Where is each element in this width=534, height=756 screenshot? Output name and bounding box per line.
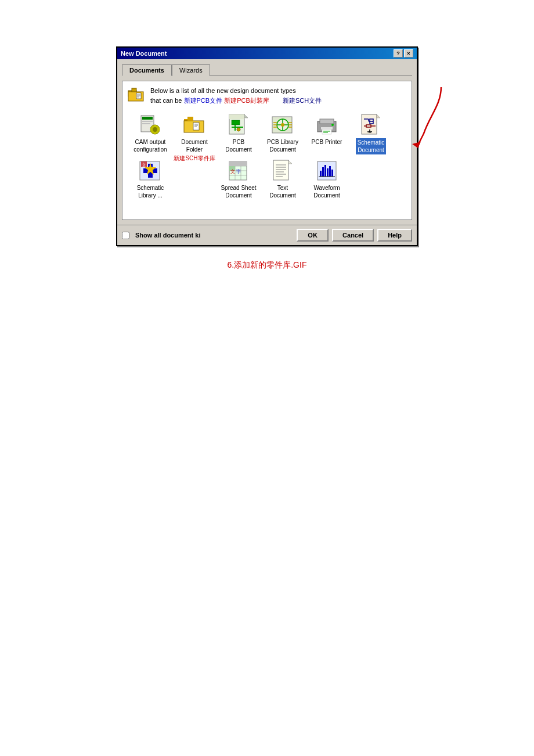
svg-rect-13: [154, 125, 156, 127]
doc-item-schematic-library[interactable]: 文 SchematicLibrary ...: [129, 158, 171, 200]
spread-sheet-label: Spread SheetDocument: [221, 184, 256, 199]
header-folder-icon: [127, 86, 146, 105]
spread-sheet-icon: 文 字: [227, 159, 250, 182]
doc-item-pcb-printer[interactable]: PCB Printer: [306, 112, 348, 156]
svg-rect-14: [154, 132, 156, 134]
svg-point-29: [237, 128, 240, 131]
pcb-library-label: PCB LibraryDocument: [267, 138, 298, 153]
doc-item-text-document[interactable]: TextDocument: [262, 158, 304, 200]
svg-rect-16: [157, 128, 160, 131]
schematic-lib-chinese: 新建SCH零件库: [174, 154, 215, 200]
svg-marker-30: [244, 114, 248, 118]
svg-rect-79: [273, 160, 288, 180]
svg-rect-2: [132, 88, 136, 92]
dialog-content: Documents Wizards: [117, 59, 417, 225]
svg-rect-74: [235, 161, 241, 166]
svg-rect-49: [362, 114, 377, 134]
svg-text:文: 文: [142, 163, 146, 168]
document-folder-label: DocumentFolder: [181, 138, 208, 153]
text-document-icon: [271, 159, 294, 182]
svg-rect-25: [229, 114, 244, 119]
svg-rect-92: [329, 166, 331, 177]
dialog-wrapper: New Document ? × Documents Wizards: [116, 46, 418, 246]
pcb-printer-icon: [315, 113, 338, 136]
document-folder-icon: [183, 113, 206, 136]
pcb-document-label: PCB Document: [219, 138, 258, 153]
new-document-dialog: New Document ? × Documents Wizards: [116, 46, 418, 246]
help-button[interactable]: ?: [394, 49, 403, 57]
dialog-title: New Document: [121, 50, 167, 57]
tab-bar: Documents Wizards: [122, 64, 412, 76]
schematic-document-label: SchematicDocument: [356, 138, 387, 154]
icons-container: CAM outputconfiguration: [127, 112, 407, 200]
svg-rect-89: [322, 167, 324, 177]
svg-rect-20: [193, 123, 199, 130]
tab-documents[interactable]: Documents: [122, 64, 172, 76]
svg-rect-19: [187, 117, 193, 121]
help-dialog-button[interactable]: Help: [377, 229, 412, 242]
svg-rect-73: [229, 161, 235, 166]
svg-rect-9: [142, 121, 153, 122]
svg-rect-91: [327, 168, 329, 177]
svg-marker-60: [377, 114, 380, 118]
svg-marker-86: [288, 160, 292, 164]
cam-output-icon: [139, 113, 162, 136]
doc-item-spread-sheet[interactable]: 文 字 Spread SheetDocument: [218, 158, 259, 200]
svg-rect-26: [232, 120, 240, 125]
doc-item-cam-output[interactable]: CAM outputconfiguration: [129, 112, 171, 156]
dialog-footer: Show all document ki OK Cancel Help: [117, 225, 417, 245]
svg-rect-43: [320, 119, 334, 124]
svg-rect-75: [241, 161, 247, 166]
chinese-label-pcb: 新建PCB文件: [184, 97, 223, 104]
svg-point-48: [331, 124, 334, 126]
page-caption: 6.添加新的零件库.GIF: [228, 260, 307, 271]
svg-rect-15: [150, 128, 153, 131]
schematic-library-label: SchematicLibrary ...: [137, 184, 164, 199]
svg-rect-44: [321, 127, 333, 129]
ok-button[interactable]: OK: [297, 229, 329, 242]
pcb-printer-label: PCB Printer: [312, 138, 342, 146]
doc-item-waveform-document[interactable]: WaveformDocument: [306, 158, 348, 200]
svg-text:字: 字: [236, 169, 241, 174]
svg-rect-45: [322, 129, 331, 134]
chinese-label-pcb-lib: 新建PCB封装库: [224, 97, 269, 104]
waveform-document-label: WaveformDocument: [313, 184, 340, 199]
svg-rect-90: [324, 165, 326, 177]
doc-item-document-folder[interactable]: DocumentFolder: [174, 112, 215, 156]
waveform-document-icon: [315, 159, 338, 182]
header-description: Below is a list of all the new design do…: [150, 86, 322, 105]
svg-rect-8: [142, 117, 153, 120]
svg-rect-10: [142, 123, 150, 124]
show-all-label: Show all document ki: [135, 232, 293, 239]
text-document-label: TextDocument: [269, 184, 296, 199]
pcb-library-icon: [271, 113, 294, 136]
show-all-checkbox[interactable]: [122, 232, 129, 239]
title-bar-buttons: ? ×: [394, 49, 413, 57]
documents-panel: Below is a list of all the new design do…: [122, 81, 412, 220]
svg-rect-88: [320, 171, 322, 177]
svg-text:文: 文: [230, 169, 235, 174]
svg-point-35: [281, 123, 284, 127]
doc-item-schematic-document[interactable]: SchematicDocument: [350, 112, 392, 156]
chinese-label-sch: 新建SCH文件: [283, 97, 322, 104]
cam-output-label: CAM outputconfiguration: [134, 138, 167, 153]
cancel-button[interactable]: Cancel: [332, 229, 374, 242]
schematic-library-icon: 文: [139, 159, 162, 182]
panel-header: Below is a list of all the new design do…: [127, 86, 407, 105]
svg-point-12: [153, 127, 157, 132]
svg-rect-93: [331, 170, 333, 177]
doc-item-pcb-document[interactable]: PCB Document: [218, 112, 259, 156]
tab-wizards[interactable]: Wizards: [172, 64, 210, 76]
pcb-document-icon: [227, 113, 250, 136]
title-bar: New Document ? ×: [117, 48, 417, 59]
schematic-document-icon: [359, 113, 383, 136]
close-button[interactable]: ×: [404, 49, 413, 57]
doc-item-pcb-library[interactable]: PCB LibraryDocument: [262, 112, 304, 156]
